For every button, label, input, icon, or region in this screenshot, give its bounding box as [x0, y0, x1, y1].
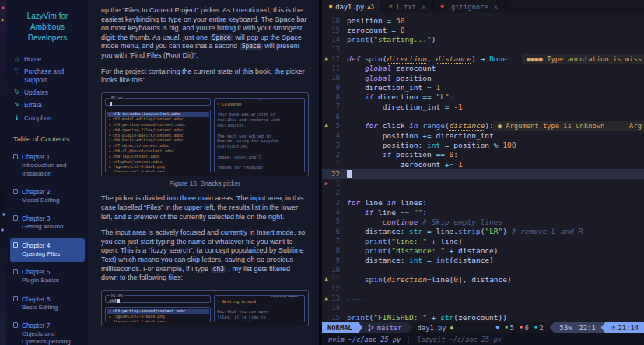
file-icon: ▪ — [109, 150, 110, 153]
sidebar-item-home[interactable]: ⌂Home — [10, 53, 85, 65]
book-icon — [13, 242, 18, 248]
editor-line[interactable]: 9 direction_int = 1 — [322, 82, 644, 92]
chapter-number: Chapter 4 — [22, 242, 60, 249]
editor-line[interactable]: 13 — [322, 44, 644, 54]
editor-line[interactable]: 10 — [322, 265, 644, 274]
picker-file-row: ▪ch1-introduction/content.adoc — [107, 112, 209, 117]
file-path: ch6-basic-editing/content.adoc — [113, 138, 184, 144]
preview-line: files, it is time to — [217, 315, 302, 320]
editor-line[interactable]: 5 continue # Skip empty lines — [322, 217, 644, 226]
code-text: position += direction_int — [347, 131, 494, 140]
tabline: ●day1.py▲5≡1.txt×◆.gitignore× — [322, 0, 644, 13]
file-icon: ▪ — [109, 166, 110, 169]
file-icon: ▪ — [109, 160, 110, 163]
chapter-text: Chapter 4Opening Files — [22, 242, 60, 258]
editor-line[interactable]: 8 if direction == "L": — [322, 92, 644, 102]
editor-line[interactable]: 3for line in lines: — [322, 198, 644, 207]
statusline-filename: day1.py ● — [412, 322, 459, 333]
filename-text: day1.py — [418, 324, 446, 332]
sidebar-item-updates[interactable]: ↻Updates — [10, 86, 85, 99]
sidebar-item-errata[interactable]: ✎Errata — [10, 99, 85, 111]
editor-line[interactable]: 6 — [322, 111, 644, 120]
toc-chapter[interactable]: Chapter 3Getting Around — [10, 211, 85, 235]
editor-line[interactable]: 22 — [322, 169, 644, 179]
editor-line[interactable]: 15zerocount = 0 — [322, 25, 644, 34]
file-icon: ▪ — [109, 315, 110, 319]
editor-line[interactable]: ▲13---- — [322, 294, 644, 303]
editor-line[interactable]: 15print("FINISHED: " + str(zerocount)) — [322, 313, 644, 322]
file-path: ch1-introduction/content.adoc — [113, 112, 181, 117]
editor-line[interactable]: 11 global zerocount — [322, 64, 644, 73]
picker-left-pane: Files ▪ch1-introduction/content.adoc▪ch2… — [105, 98, 211, 172]
picker-file-row: ▪ch2-modal-editing/content.adoc — [107, 117, 209, 123]
warn-sign-icon: ▲ — [322, 56, 331, 61]
editor-line[interactable]: ▲5 for click in range(distance):● Argume… — [322, 121, 644, 131]
badge-count: 5 — [510, 324, 514, 332]
editor-line[interactable]: 4 if line == "": — [322, 207, 644, 217]
statusline-badge: ▪5 — [505, 324, 514, 332]
editor-line[interactable]: 4 position += direction_int — [322, 131, 644, 140]
tab-diagnostic-badge: ▲5 — [367, 3, 374, 10]
preview-line: = Getting Around — [217, 299, 302, 305]
preview-line — [217, 160, 302, 166]
code-text: def spin(direction, distance) → None: — [347, 54, 512, 63]
chapter-number: Chapter 1 — [22, 153, 82, 161]
tab-day1.py[interactable]: ●day1.py▲5 — [322, 0, 382, 13]
editor-line[interactable]: ▲12def spin(direction, distance) → None:… — [322, 54, 644, 63]
toc-chapter[interactable]: Chapter 5Plugin Basics — [10, 264, 85, 288]
editor-line[interactable]: 12 — [322, 284, 644, 294]
line-number: 12 — [331, 55, 347, 63]
chapter-number: Chapter 5 — [22, 268, 59, 276]
preview-line: Now that you can open — [217, 309, 302, 315]
tab-close-icon[interactable]: × — [494, 3, 498, 11]
line-number: 6 — [331, 113, 347, 120]
editor-line[interactable]: ▶1 — [322, 179, 644, 188]
editor-line[interactable]: 6 distance: str = line.strip("LR") # rem… — [322, 227, 644, 236]
toc-chapter[interactable]: Chapter 4Opening Files — [10, 238, 85, 262]
editor-line[interactable]: 7 direction_int = -1 — [322, 102, 644, 111]
sidebar-item-label: Errata — [24, 101, 42, 109]
editor-line[interactable]: 16position = 50 — [322, 16, 644, 25]
git-added-icon: ▪ — [505, 325, 508, 330]
editor-line[interactable]: 8 print("distance: " + distance) — [322, 246, 644, 255]
line-number: 9 — [331, 256, 347, 264]
toc-chapter[interactable]: Chapter 1Introduction and Installation — [10, 149, 85, 182]
file-icon: ▪ — [109, 139, 110, 142]
editor-line[interactable]: 10 global position — [322, 73, 644, 82]
editor-line[interactable]: 1 zerocount += 1 — [322, 159, 644, 169]
sidebar-item-colophon[interactable]: ℹColophon — [10, 112, 85, 124]
cursor-block — [347, 170, 352, 179]
tab-1.txt[interactable]: ≡1.txt× — [382, 0, 433, 13]
picker2-file-list: ▪ch3-getting-around/content.adoc▪figures… — [105, 307, 211, 322]
editor-line[interactable]: 3 position: int = position % 100 — [322, 140, 644, 149]
book-window: LazyVim for Ambitious Developers ⌂Home♡P… — [6, 0, 319, 345]
editor-buffer[interactable]: 16position = 5015zerocount = 014print("s… — [322, 13, 644, 322]
editor-line[interactable]: 9 distance: int = int(distance) — [322, 256, 644, 265]
toc-chapter[interactable]: Chapter 6Basic Editing — [10, 291, 85, 315]
terminal-tab[interactable]: lazygit ~/c/aoc-25-py — [408, 336, 509, 343]
editor-line[interactable]: ▲11 spin(direction=line[0], distance) — [322, 274, 644, 284]
code-text: for line in lines: — [347, 198, 427, 207]
code-text: position: int = position % 100 — [347, 141, 516, 149]
tab-.gitignore[interactable]: ◆.gitignore× — [433, 0, 506, 13]
toc-chapter[interactable]: Chapter 7Objects and Operator-pending mo… — [10, 318, 85, 345]
paragraph-3: The picker is divided into three main ar… — [101, 194, 309, 221]
code-text: distance: str = line.strip("LR") # remov… — [347, 227, 583, 235]
terminal-tab[interactable]: nvim ~/c/aoc-25-py — [328, 336, 408, 343]
statusline-spacer — [459, 322, 490, 333]
sidebar-item-purchase-and-support[interactable]: ♡Purchase and Support — [10, 65, 85, 86]
tab-close-icon[interactable]: × — [422, 3, 425, 11]
preview-line — [217, 128, 302, 134]
editor-line[interactable]: 14print("starting...") — [322, 35, 644, 44]
editor-line[interactable]: 2 if position == 0: — [322, 150, 644, 159]
editor-line[interactable]: 14 — [322, 303, 644, 312]
preview-line — [217, 149, 302, 155]
paragraph-1: up the “Files In Current Project” picker… — [101, 6, 309, 61]
statusline-position: 53% 22:1 — [555, 322, 601, 333]
diagnostic-virtual-text: ● Argument type is unknown Arg — [493, 121, 644, 131]
editor-line[interactable]: 2 — [322, 188, 644, 197]
file-icon: ▪ — [109, 129, 110, 132]
line-number: 15 — [331, 314, 347, 322]
toc-chapter[interactable]: Chapter 2Modal Editing — [10, 184, 85, 208]
editor-line[interactable]: 7 print("line: " + line) — [322, 236, 644, 246]
